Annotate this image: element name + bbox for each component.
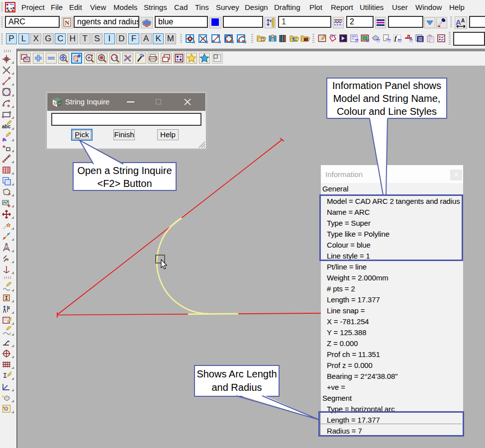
svg-text:A: A	[456, 18, 461, 26]
svg-text:N: N	[65, 19, 70, 26]
svg-text:z: z	[270, 18, 272, 23]
svg-text:A: A	[461, 18, 465, 23]
svg-text:abc: abc	[2, 124, 11, 129]
svg-text:12: 12	[53, 101, 57, 105]
